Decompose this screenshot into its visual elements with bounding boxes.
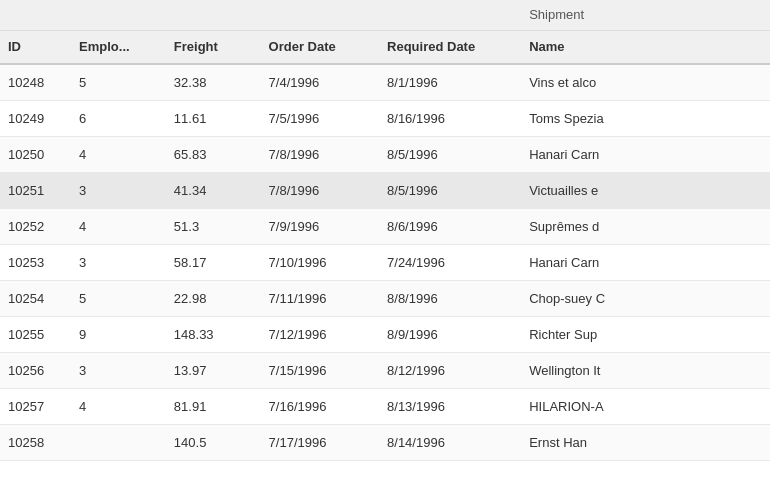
- column-header-row: ID Emplo... Freight Order Date Required …: [0, 30, 770, 64]
- group-header-row: Shipment: [0, 0, 770, 30]
- cell-shipname: Chop-suey C: [521, 280, 770, 316]
- table-body: 10248532.387/4/19968/1/1996Vins et alco1…: [0, 64, 770, 460]
- cell-employee: 9: [71, 316, 166, 352]
- cell-id: 10250: [0, 136, 71, 172]
- group-header-shipment: Shipment: [521, 0, 770, 30]
- group-header-id: [0, 0, 71, 30]
- col-header-freight[interactable]: Freight: [166, 30, 261, 64]
- cell-requireddate: 8/5/1996: [379, 136, 521, 172]
- cell-shipname: Toms Spezia: [521, 100, 770, 136]
- cell-requireddate: 8/8/1996: [379, 280, 521, 316]
- cell-freight: 81.91: [166, 388, 261, 424]
- cell-id: 10248: [0, 64, 71, 100]
- table-row[interactable]: 10256313.977/15/19968/12/1996Wellington …: [0, 352, 770, 388]
- cell-employee: 5: [71, 64, 166, 100]
- table-row[interactable]: 10254522.987/11/19968/8/1996Chop-suey C: [0, 280, 770, 316]
- cell-freight: 148.33: [166, 316, 261, 352]
- cell-requireddate: 8/9/1996: [379, 316, 521, 352]
- cell-shipname: Victuailles e: [521, 172, 770, 208]
- col-header-shipname[interactable]: Name: [521, 30, 770, 64]
- cell-employee: 3: [71, 244, 166, 280]
- cell-shipname: Suprêmes d: [521, 208, 770, 244]
- table-row[interactable]: 10248532.387/4/19968/1/1996Vins et alco: [0, 64, 770, 100]
- cell-id: 10251: [0, 172, 71, 208]
- cell-orderdate: 7/5/1996: [261, 100, 379, 136]
- table-row[interactable]: 10257481.917/16/19968/13/1996HILARION-A: [0, 388, 770, 424]
- cell-orderdate: 7/8/1996: [261, 172, 379, 208]
- cell-requireddate: 8/6/1996: [379, 208, 521, 244]
- cell-shipname: Hanari Carn: [521, 136, 770, 172]
- cell-shipname: Wellington It: [521, 352, 770, 388]
- cell-freight: 140.5: [166, 424, 261, 460]
- cell-employee: 6: [71, 100, 166, 136]
- cell-id: 10253: [0, 244, 71, 280]
- cell-freight: 65.83: [166, 136, 261, 172]
- table-row[interactable]: 10253358.177/10/19967/24/1996Hanari Carn: [0, 244, 770, 280]
- col-header-requireddate[interactable]: Required Date: [379, 30, 521, 64]
- cell-orderdate: 7/15/1996: [261, 352, 379, 388]
- cell-freight: 51.3: [166, 208, 261, 244]
- col-header-employee[interactable]: Emplo...: [71, 30, 166, 64]
- cell-orderdate: 7/8/1996: [261, 136, 379, 172]
- cell-requireddate: 8/12/1996: [379, 352, 521, 388]
- cell-requireddate: 8/14/1996: [379, 424, 521, 460]
- cell-id: 10257: [0, 388, 71, 424]
- cell-freight: 58.17: [166, 244, 261, 280]
- cell-id: 10255: [0, 316, 71, 352]
- cell-orderdate: 7/17/1996: [261, 424, 379, 460]
- cell-freight: 22.98: [166, 280, 261, 316]
- cell-requireddate: 7/24/1996: [379, 244, 521, 280]
- col-header-id[interactable]: ID: [0, 30, 71, 64]
- cell-freight: 13.97: [166, 352, 261, 388]
- table-container: Shipment ID Emplo... Freight Order Date …: [0, 0, 770, 500]
- cell-orderdate: 7/16/1996: [261, 388, 379, 424]
- cell-freight: 32.38: [166, 64, 261, 100]
- cell-requireddate: 8/1/1996: [379, 64, 521, 100]
- cell-orderdate: 7/10/1996: [261, 244, 379, 280]
- group-header-freight: [166, 0, 261, 30]
- group-header-reqdate: [379, 0, 521, 30]
- table-row[interactable]: 102559148.337/12/19968/9/1996Richter Sup: [0, 316, 770, 352]
- table-row[interactable]: 10249611.617/5/19968/16/1996Toms Spezia: [0, 100, 770, 136]
- cell-employee: 4: [71, 388, 166, 424]
- cell-shipname: Richter Sup: [521, 316, 770, 352]
- cell-employee: 3: [71, 172, 166, 208]
- cell-freight: 41.34: [166, 172, 261, 208]
- cell-freight: 11.61: [166, 100, 261, 136]
- cell-shipname: HILARION-A: [521, 388, 770, 424]
- table-row[interactable]: 10258140.57/17/19968/14/1996Ernst Han: [0, 424, 770, 460]
- table-row[interactable]: 10250465.837/8/19968/5/1996Hanari Carn: [0, 136, 770, 172]
- cell-employee: 4: [71, 136, 166, 172]
- cell-shipname: Vins et alco: [521, 64, 770, 100]
- cell-employee: 4: [71, 208, 166, 244]
- cell-id: 10249: [0, 100, 71, 136]
- cell-orderdate: 7/12/1996: [261, 316, 379, 352]
- cell-orderdate: 7/11/1996: [261, 280, 379, 316]
- table-row[interactable]: 10251341.347/8/19968/5/1996Victuailles e: [0, 172, 770, 208]
- cell-shipname: Hanari Carn: [521, 244, 770, 280]
- cell-id: 10254: [0, 280, 71, 316]
- cell-shipname: Ernst Han: [521, 424, 770, 460]
- cell-employee: [71, 424, 166, 460]
- cell-id: 10252: [0, 208, 71, 244]
- cell-employee: 3: [71, 352, 166, 388]
- col-header-orderdate[interactable]: Order Date: [261, 30, 379, 64]
- cell-requireddate: 8/5/1996: [379, 172, 521, 208]
- cell-requireddate: 8/16/1996: [379, 100, 521, 136]
- cell-orderdate: 7/4/1996: [261, 64, 379, 100]
- cell-id: 10256: [0, 352, 71, 388]
- cell-orderdate: 7/9/1996: [261, 208, 379, 244]
- group-header-orderdate: [261, 0, 379, 30]
- cell-id: 10258: [0, 424, 71, 460]
- group-header-emp: [71, 0, 166, 30]
- cell-requireddate: 8/13/1996: [379, 388, 521, 424]
- cell-employee: 5: [71, 280, 166, 316]
- table-row[interactable]: 10252451.37/9/19968/6/1996Suprêmes d: [0, 208, 770, 244]
- data-table: Shipment ID Emplo... Freight Order Date …: [0, 0, 770, 461]
